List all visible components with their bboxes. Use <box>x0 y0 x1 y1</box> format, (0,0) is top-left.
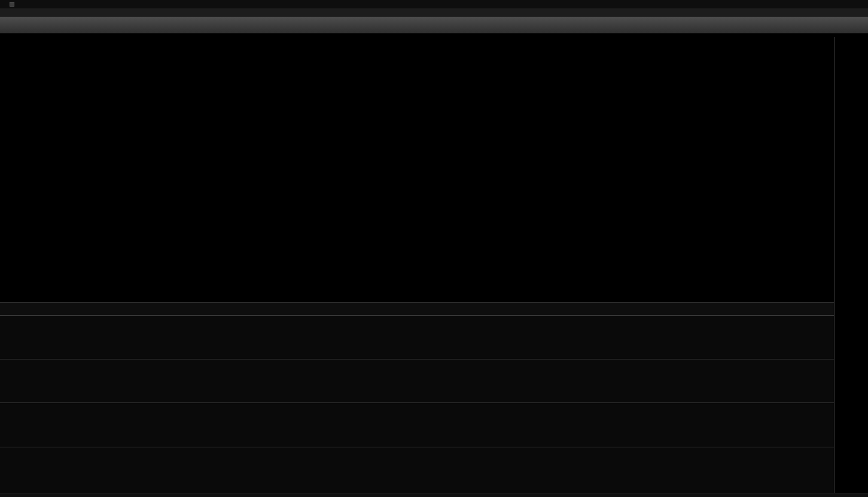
macd-panel[interactable] <box>0 447 834 493</box>
title-bar[interactable] <box>0 0 868 8</box>
application-window <box>0 0 868 497</box>
menu-strip <box>0 8 868 17</box>
window-icon <box>10 2 14 7</box>
status-strip <box>0 493 868 497</box>
main-chart-panel[interactable] <box>0 37 834 302</box>
sstoc-panel[interactable] <box>0 359 834 403</box>
price-axis[interactable] <box>834 37 868 493</box>
fstoc-panel[interactable] <box>0 315 834 359</box>
time-axis[interactable] <box>0 302 834 315</box>
toolbar <box>0 17 868 33</box>
rsi-panel[interactable] <box>0 403 834 447</box>
